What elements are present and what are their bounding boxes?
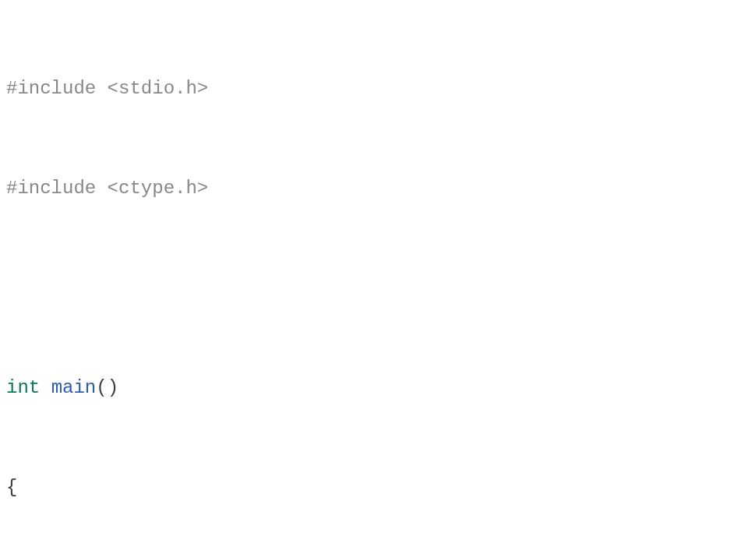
preprocessor-directive: #include xyxy=(6,178,96,199)
code-line-blank[interactable] xyxy=(6,276,753,301)
preprocessor-include: <ctype.h> xyxy=(96,178,208,199)
code-line[interactable]: #include <ctype.h> xyxy=(6,176,753,201)
space xyxy=(40,377,51,398)
preprocessor-include: <stdio.h> xyxy=(96,78,208,99)
brace-open: { xyxy=(6,477,17,498)
code-editor[interactable]: #include <stdio.h> #include <ctype.h> in… xyxy=(0,0,756,540)
function-name-main: main xyxy=(51,377,97,398)
code-line[interactable]: #include <stdio.h> xyxy=(6,76,753,101)
code-line[interactable]: int main() xyxy=(6,376,753,401)
parens: () xyxy=(96,377,118,398)
code-line[interactable]: { xyxy=(6,475,753,500)
preprocessor-directive: #include xyxy=(6,78,96,99)
keyword-int: int xyxy=(6,377,40,398)
